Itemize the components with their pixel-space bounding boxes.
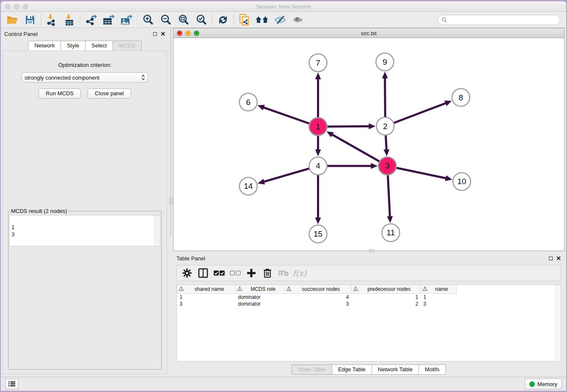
table-cell[interactable]: 1	[352, 293, 421, 301]
tab-network[interactable]: Network	[28, 41, 61, 51]
first-neighbors-button[interactable]	[253, 13, 271, 27]
edge-1-2[interactable]	[328, 126, 370, 127]
node-table: shared nameMCDS rolesuccessor nodesprede…	[176, 284, 561, 362]
column-header-shared-name[interactable]: shared name	[177, 285, 236, 293]
graph-node-label: 1	[316, 122, 320, 131]
edge-2-3[interactable]	[386, 135, 387, 150]
function-builder-button[interactable]: f(x)	[292, 267, 307, 279]
column-hierarchy-icon	[179, 287, 184, 291]
zoom-in-button[interactable]	[139, 13, 157, 27]
edge-3-11[interactable]	[388, 175, 390, 217]
search-input[interactable]	[449, 17, 556, 23]
memory-button[interactable]: Memory	[525, 378, 562, 389]
network-resize-grip[interactable]	[369, 249, 374, 252]
tab-style[interactable]: Style	[61, 41, 85, 51]
table-cell[interactable]: 4	[285, 293, 352, 301]
delete-column-button[interactable]	[260, 267, 275, 279]
search-icon	[441, 17, 447, 23]
zoom-fit-button[interactable]	[175, 13, 193, 27]
show-all-button[interactable]	[289, 13, 307, 27]
window-title: Session: New Session	[1, 3, 566, 10]
save-session-button[interactable]	[21, 13, 39, 27]
tab-mcds[interactable]: MCDS	[113, 41, 141, 51]
close-table-panel-icon[interactable]: ✕	[556, 257, 561, 260]
table-row[interactable]: 3dominator323	[177, 301, 457, 307]
mcds-result-list[interactable]: 1 3	[9, 215, 160, 246]
table-cell[interactable]: 3	[177, 301, 236, 307]
table-row[interactable]: 1dominator411	[177, 293, 457, 301]
edge-2-9[interactable]	[385, 77, 385, 117]
network-graph[interactable]: 7968124314101511	[173, 38, 564, 251]
select-all-button[interactable]	[212, 267, 227, 279]
hide-selected-button[interactable]	[271, 13, 289, 27]
apply-layout-button[interactable]	[214, 13, 232, 27]
control-panel-title: Control Panel	[4, 31, 38, 37]
table-cell[interactable]: dominator	[236, 301, 285, 307]
zoom-out-button[interactable]	[157, 13, 175, 27]
close-panel-icon[interactable]: ✕	[160, 32, 165, 36]
edge-3-10[interactable]	[396, 168, 446, 178]
tab-select[interactable]: Select	[85, 41, 113, 51]
close-panel-button[interactable]: Close panel	[88, 88, 131, 99]
zoom-selected-button[interactable]	[193, 13, 210, 27]
control-panel-header: Control Panel ✕	[1, 28, 169, 40]
table-cell[interactable]: dominator	[236, 293, 285, 301]
hide-selected-icon	[274, 15, 286, 25]
tab-node-table[interactable]: Node Table	[292, 364, 332, 375]
first-neighbors-icon	[255, 15, 270, 25]
result-scrollbar[interactable]	[154, 215, 160, 246]
table-cell[interactable]: 3	[421, 301, 457, 307]
deselect-all-button[interactable]	[228, 267, 243, 279]
clone-network-button[interactable]	[236, 13, 253, 27]
run-mcds-button[interactable]: Run MCDS	[39, 88, 81, 99]
column-header-name[interactable]: name	[421, 285, 457, 293]
search-box[interactable]	[438, 15, 560, 25]
column-header-predecessor-nodes[interactable]: predecessor nodes	[352, 285, 421, 293]
edge-4-14[interactable]	[263, 168, 309, 182]
import-network-button[interactable]	[43, 13, 61, 27]
toolbar-separator	[234, 14, 234, 26]
column-hierarchy-icon	[237, 287, 242, 291]
table-scrollbar[interactable]	[556, 285, 561, 361]
column-hierarchy-icon	[286, 287, 291, 291]
criterion-dropdown[interactable]: strongly connected component	[22, 72, 148, 83]
add-column-button[interactable]	[244, 267, 259, 279]
export-table-button[interactable]	[100, 13, 118, 27]
tab-network-table[interactable]: Network Table	[372, 364, 419, 375]
tab-motifs[interactable]: Motifs	[419, 364, 446, 375]
table-cell[interactable]: 1	[421, 293, 457, 301]
edge-3-1[interactable]	[332, 134, 380, 161]
export-image-button[interactable]	[118, 13, 135, 27]
table-panel-title: Table Panel	[176, 255, 205, 262]
float-table-panel-icon[interactable]	[549, 257, 553, 260]
tab-edge-table[interactable]: Edge Table	[332, 364, 372, 375]
edge-arrowhead-icon	[382, 72, 388, 78]
table-cell[interactable]: 2	[352, 301, 421, 307]
table-cell[interactable]: 3	[285, 301, 352, 307]
column-header-MCDS-role[interactable]: MCDS role	[236, 285, 285, 293]
toolbar-separator	[137, 14, 138, 26]
column-header-successor-nodes[interactable]: successor nodes	[285, 285, 352, 293]
float-panel-icon[interactable]	[153, 32, 157, 36]
divider-grip-icon[interactable]	[169, 198, 173, 204]
open-session-button[interactable]	[3, 13, 21, 27]
table-settings-button[interactable]	[179, 267, 195, 279]
delete-table-icon	[278, 269, 289, 277]
delete-table-button[interactable]	[276, 267, 291, 279]
import-table-button[interactable]	[61, 13, 78, 27]
edge-1-6[interactable]	[263, 107, 309, 123]
table-tabs-row: Node Table Edge Table Network Table Moti…	[173, 362, 564, 377]
save-session-icon	[25, 15, 35, 25]
split-divider[interactable]	[169, 28, 173, 377]
network-view-titlebar[interactable]: scc.txt ✕ − +	[173, 28, 564, 38]
task-history-button[interactable]	[5, 379, 19, 389]
network-canvas[interactable]: 7968124314101511	[173, 38, 564, 251]
import-network-icon	[46, 14, 57, 26]
export-network-button[interactable]	[82, 13, 100, 27]
edge-arrowhead-icon	[445, 175, 452, 181]
memory-label: Memory	[537, 381, 557, 387]
table-cell[interactable]: 1	[177, 293, 236, 301]
toggle-panel-button[interactable]	[195, 267, 211, 279]
edge-2-8[interactable]	[394, 103, 446, 123]
graph-node-label: 11	[387, 228, 395, 237]
